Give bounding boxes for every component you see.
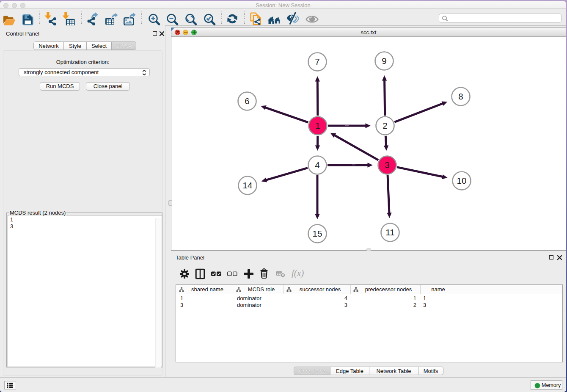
svg-text:7: 7 (315, 57, 319, 66)
svg-text:15: 15 (313, 229, 322, 238)
svg-text:8: 8 (458, 91, 463, 101)
svg-text:2: 2 (383, 121, 387, 130)
svg-text:14: 14 (243, 180, 253, 190)
svg-text:3: 3 (385, 160, 389, 170)
svg-text:1: 1 (315, 121, 320, 130)
svg-text:11: 11 (385, 227, 394, 237)
svg-text:9: 9 (382, 56, 386, 66)
svg-text:10: 10 (457, 176, 467, 185)
svg-text:6: 6 (245, 96, 249, 106)
svg-text:4: 4 (315, 160, 319, 170)
